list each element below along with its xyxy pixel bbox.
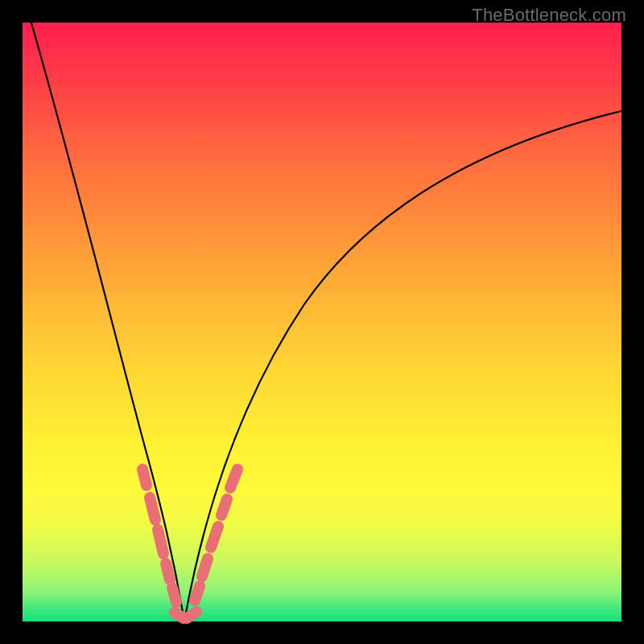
right-bead-5: [230, 469, 237, 488]
right-bead-4: [221, 499, 227, 515]
left-bead-3: [158, 530, 163, 554]
right-bead-3: [211, 526, 218, 547]
right-curve: [184, 111, 621, 621]
bottom-bead-2: [187, 612, 196, 618]
left-bead-4: [166, 564, 170, 580]
watermark-text: TheBottleneck.com: [472, 5, 626, 26]
left-bead-2: [150, 497, 155, 520]
chart-area: [23, 23, 621, 621]
right-bead-1: [195, 586, 200, 601]
curves-svg: [23, 23, 621, 621]
left-bead-5: [172, 588, 176, 602]
right-bead-2: [202, 559, 208, 576]
left-bead-1: [142, 469, 147, 485]
